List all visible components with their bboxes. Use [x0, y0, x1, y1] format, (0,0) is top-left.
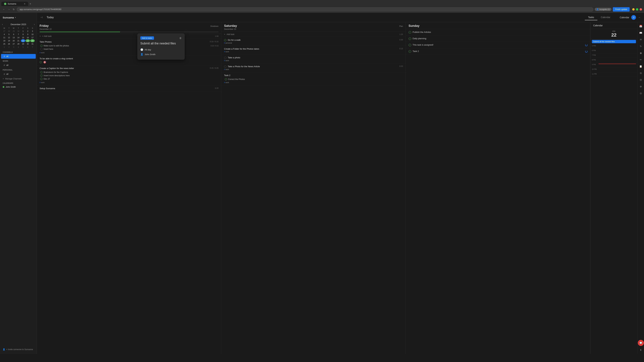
- graph-icon[interactable]: ◉: [638, 50, 644, 56]
- brand-logo[interactable]: Sunsama ▾: [0, 15, 37, 22]
- mini-cal-day[interactable]: 7: [30, 45, 35, 49]
- layers-icon[interactable]: ⧉: [638, 70, 644, 76]
- mini-cal-day[interactable]: 29: [21, 42, 25, 45]
- book-icon[interactable]: 📖: [638, 30, 644, 35]
- mini-cal-day[interactable]: 28: [16, 42, 21, 45]
- mini-cal-day[interactable]: 3: [12, 45, 16, 49]
- refresh-icon[interactable]: ↻: [638, 43, 644, 49]
- mini-cal-day-today[interactable]: 22: [21, 39, 25, 42]
- friday-add-task[interactable]: + + Add task 1:00: [37, 34, 221, 39]
- sidebar-item-all[interactable]: # all: [1, 54, 36, 59]
- mini-cal-day[interactable]: 6: [12, 33, 16, 36]
- subtask-item[interactable]: Brainstorm for the Captions: [40, 70, 218, 74]
- mini-cal-day[interactable]: 15: [21, 36, 25, 39]
- mini-cal-day[interactable]: 12: [7, 36, 11, 39]
- finish-update-button[interactable]: Finish update: [613, 7, 630, 11]
- tab-calendar[interactable]: Calendar: [598, 14, 614, 20]
- filter-icon[interactable]: ⊟: [638, 77, 644, 82]
- calendar-user-item[interactable]: John Smith: [0, 85, 37, 89]
- chat-icon[interactable]: 💬: [638, 340, 644, 346]
- subtask-item[interactable]: Make sure to edit the photos 0:10 / 0:15: [40, 44, 218, 47]
- window-maximize-button[interactable]: [636, 8, 638, 10]
- mini-cal-day[interactable]: 11: [2, 36, 6, 39]
- new-tab-button[interactable]: +: [28, 2, 32, 6]
- mini-cal-day[interactable]: 19: [7, 39, 11, 42]
- saturday-task-2[interactable]: Task 2 Correct the Photos # work: [221, 72, 406, 85]
- mini-cal-day[interactable]: 8: [21, 33, 25, 36]
- nav-back-button[interactable]: ←: [2, 7, 6, 11]
- calendar-event[interactable]: Submit all the needed files: [592, 40, 636, 43]
- github-icon[interactable]: ⊕: [638, 84, 644, 89]
- saturday-task-take-photo[interactable]: Take a photo # work: [221, 55, 406, 63]
- subtask-item[interactable]: Insert more descriptions here: [40, 74, 218, 77]
- mini-cal-day[interactable]: 9: [26, 33, 30, 36]
- mini-cal-day[interactable]: 1: [2, 45, 6, 49]
- subtask-item[interactable]: Dec 27: [40, 77, 218, 81]
- calendar-view-icon[interactable]: 📅: [638, 23, 644, 29]
- friday-task-take-photos[interactable]: Take Photos 0:10 / 0:15 Make sure to edi…: [37, 39, 221, 56]
- mini-cal-day[interactable]: 25: [2, 42, 6, 45]
- popup-delete-button[interactable]: 🗑: [179, 37, 182, 39]
- nav-reload-button[interactable]: ↻: [12, 7, 16, 11]
- download-icon[interactable]: ⬇: [638, 347, 644, 353]
- clipboard-icon[interactable]: 📋: [638, 64, 644, 69]
- mini-cal-day[interactable]: 4: [16, 45, 21, 49]
- mini-cal-day[interactable]: 2: [7, 45, 11, 49]
- mini-cal-day-selected[interactable]: 24: [30, 39, 35, 42]
- mini-cal-day[interactable]: 21: [16, 39, 21, 42]
- mini-cal-day[interactable]: 5: [21, 45, 25, 49]
- sunday-task-2[interactable]: Task 2: [406, 48, 590, 55]
- friday-task-setup[interactable]: Setup Sunsama 0:20: [37, 85, 221, 91]
- saturday-task-folder[interactable]: Create a Folder for the Photos takes 0:1…: [221, 46, 406, 55]
- mini-cal-day[interactable]: 2: [26, 30, 30, 33]
- mini-cal-day[interactable]: 13: [12, 36, 16, 39]
- mini-cal-day[interactable]: 5: [7, 33, 11, 36]
- mini-cal-day[interactable]: 31: [30, 42, 35, 45]
- mini-cal-prev-button[interactable]: ‹: [2, 23, 3, 26]
- saturday-task-news-photo[interactable]: Take a Photo for the News Article 0:20 #…: [221, 63, 406, 72]
- mini-cal-day[interactable]: 27: [12, 42, 16, 45]
- mini-cal-day[interactable]: 16: [26, 36, 30, 39]
- active-tab[interactable]: S Sunsama ✕: [1, 2, 28, 6]
- window-close-button[interactable]: [640, 8, 642, 10]
- subtask-item[interactable]: Insert here: [40, 47, 218, 51]
- manage-channels-button[interactable]: + Manage Channels: [0, 77, 37, 81]
- mini-cal-day[interactable]: 30: [16, 30, 21, 33]
- tab-tasks[interactable]: Tasks: [585, 14, 598, 20]
- sidebar-item-work-all[interactable]: # all: [1, 63, 36, 67]
- tab-close-button[interactable]: ✕: [24, 3, 26, 5]
- mini-cal-day[interactable]: 4: [2, 33, 6, 36]
- today-button[interactable]: Today: [45, 15, 55, 19]
- panel-forward-button[interactable]: →: [638, 16, 641, 19]
- mini-cal-day[interactable]: 7: [16, 33, 21, 36]
- saturday-task-walk[interactable]: Go for a walk 0:30 # personal: [221, 37, 406, 46]
- mini-cal-day[interactable]: 14: [16, 36, 21, 39]
- nav-forward-button[interactable]: →: [7, 7, 11, 11]
- circle-icon[interactable]: ◎: [638, 90, 644, 96]
- mini-cal-day[interactable]: 29: [12, 30, 16, 33]
- window-minimize-button[interactable]: [632, 8, 634, 10]
- mini-cal-day[interactable]: 18: [2, 39, 6, 42]
- mini-cal-day[interactable]: 6: [26, 45, 30, 49]
- mini-cal-next-button[interactable]: ›: [34, 23, 35, 26]
- sidebar-item-personal-all[interactable]: # all: [1, 72, 36, 76]
- mini-cal-day[interactable]: 20: [12, 39, 16, 42]
- popup-add-to-tasks-button[interactable]: Add to tasks: [140, 36, 154, 40]
- saturday-add-task[interactable]: + Add task 1:25: [221, 32, 406, 37]
- mini-cal-day[interactable]: 3: [30, 30, 35, 33]
- paint-icon[interactable]: ✏: [638, 57, 644, 62]
- mini-cal-day-selected[interactable]: 23: [26, 39, 30, 42]
- collapse-sidebar-button[interactable]: ⊣: [40, 16, 42, 19]
- mail-icon[interactable]: ✉: [638, 37, 644, 42]
- friday-task-vlog[interactable]: To be able to create a vlog content 🎯: [37, 56, 221, 65]
- sunday-task-assigned[interactable]: This task is assigned!: [406, 42, 590, 48]
- mini-cal-day[interactable]: 1: [21, 30, 25, 33]
- mini-cal-day[interactable]: 30: [26, 42, 30, 45]
- address-bar[interactable]: app.sunsama.com/group/17031827644696380: [17, 7, 593, 11]
- mini-cal-day[interactable]: 10: [30, 33, 35, 36]
- mini-cal-day[interactable]: 28: [7, 30, 11, 33]
- mini-cal-day[interactable]: 27: [2, 30, 6, 33]
- sunday-task-publish[interactable]: Publish the Articles: [406, 29, 590, 35]
- user-avatar[interactable]: J: [631, 15, 636, 20]
- mini-cal-day[interactable]: 26: [7, 42, 11, 45]
